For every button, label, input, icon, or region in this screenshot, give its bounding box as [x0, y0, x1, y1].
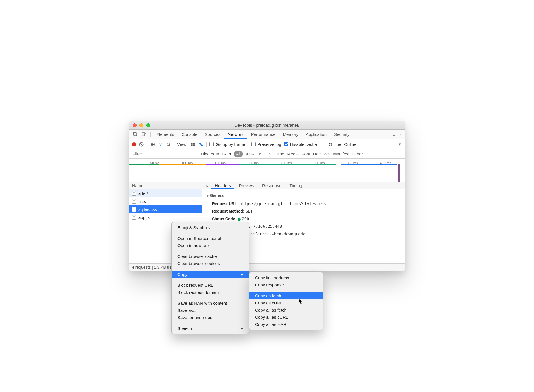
- devtools-window: DevTools - preload.glitch.me/after/ Elem…: [129, 121, 405, 271]
- request-row[interactable]: ui.js: [129, 197, 202, 205]
- filter-input[interactable]: [132, 149, 192, 158]
- svg-rect-13: [200, 144, 202, 144]
- cm-block-request-domain[interactable]: Block request domain: [172, 289, 249, 296]
- tab-performance[interactable]: Performance: [248, 130, 279, 139]
- tabs-overflow-icon[interactable]: »: [393, 132, 395, 137]
- cm-copy-submenu[interactable]: Copy▶: [172, 271, 249, 278]
- disable-cache-checkbox[interactable]: Disable cache: [284, 142, 317, 147]
- group-by-frame-checkbox[interactable]: Group by frame: [209, 142, 245, 147]
- minimize-window-button[interactable]: [139, 123, 143, 127]
- request-name: styles.css: [138, 207, 157, 212]
- filter-row: Hide data URLs All XHR JS CSS Img Media …: [129, 149, 405, 159]
- tab-network[interactable]: Network: [224, 130, 247, 139]
- online-label[interactable]: Online: [344, 142, 356, 147]
- view-label: View:: [177, 142, 187, 147]
- cm-copy-response[interactable]: Copy response: [249, 281, 323, 288]
- filter-font[interactable]: Font: [302, 151, 310, 156]
- file-icon: [132, 191, 136, 196]
- hide-data-urls-checkbox[interactable]: Hide data URLs: [195, 151, 231, 156]
- svg-rect-6: [191, 143, 193, 143]
- filter-icon[interactable]: [158, 142, 163, 147]
- tab-elements[interactable]: Elements: [153, 130, 178, 139]
- zoom-window-button[interactable]: [146, 123, 150, 127]
- svg-rect-2: [145, 134, 146, 136]
- svg-point-5: [167, 143, 170, 145]
- filter-xhr[interactable]: XHR: [246, 151, 255, 156]
- inspect-element-icon[interactable]: [132, 130, 139, 138]
- svg-rect-1: [142, 133, 145, 136]
- view-waterfall-icon[interactable]: [198, 142, 203, 147]
- cm-open-in-sources[interactable]: Open in Sources panel: [172, 235, 249, 242]
- detail-tab-response[interactable]: Response: [259, 182, 285, 189]
- offline-checkbox[interactable]: Offline: [323, 142, 341, 147]
- svg-rect-11: [193, 145, 195, 146]
- cm-copy-all-as-fetch[interactable]: Copy all as fetch: [249, 306, 323, 314]
- filter-img[interactable]: Img: [277, 151, 284, 156]
- close-window-button[interactable]: [133, 123, 137, 127]
- detail-tab-preview[interactable]: Preview: [236, 182, 258, 189]
- kebab-menu-icon[interactable]: ⋮: [398, 132, 402, 137]
- cm-save-as[interactable]: Save as...: [172, 307, 249, 314]
- cm-block-request-url[interactable]: Block request URL: [172, 282, 249, 289]
- view-large-icon[interactable]: [190, 142, 195, 147]
- general-section-header[interactable]: General: [206, 192, 401, 199]
- cm-save-as-har[interactable]: Save as HAR with content: [172, 300, 249, 307]
- request-name: after/: [138, 191, 148, 196]
- submenu-arrow-icon: ▶: [241, 272, 243, 276]
- request-row[interactable]: styles.css: [129, 205, 202, 213]
- search-icon[interactable]: [166, 142, 171, 147]
- filter-js[interactable]: JS: [258, 151, 263, 156]
- tab-security[interactable]: Security: [331, 130, 353, 139]
- file-icon: [132, 199, 136, 204]
- context-submenu-copy: Copy link address Copy response Copy as …: [249, 272, 323, 330]
- cm-open-in-new-tab[interactable]: Open in new tab: [172, 242, 249, 249]
- timeline-overview[interactable]: 50 ms 100 ms 150 ms 200 ms 250 ms 300 ms…: [129, 159, 405, 182]
- filter-css[interactable]: CSS: [266, 151, 274, 156]
- detail-tab-headers[interactable]: Headers: [211, 182, 234, 189]
- cm-copy-all-as-curl[interactable]: Copy all as cURL: [249, 314, 323, 321]
- request-row[interactable]: after/: [129, 189, 202, 197]
- tab-sources[interactable]: Sources: [201, 130, 224, 139]
- record-button[interactable]: [132, 142, 136, 146]
- tab-application[interactable]: Application: [302, 130, 330, 139]
- network-toolbar: View: Group by frame Preserve log Disabl…: [129, 139, 405, 149]
- cm-clear-browser-cookies[interactable]: Clear browser cookies: [172, 260, 249, 267]
- cm-save-for-overrides[interactable]: Save for overrides: [172, 314, 249, 321]
- cm-copy-as-fetch[interactable]: Copy as fetch: [249, 292, 323, 299]
- request-name: ui.js: [138, 199, 146, 204]
- device-toolbar-icon[interactable]: [140, 130, 148, 138]
- camera-icon[interactable]: [150, 142, 155, 147]
- name-column-header[interactable]: Name: [129, 182, 202, 189]
- preserve-log-checkbox[interactable]: Preserve log: [251, 142, 281, 147]
- svg-rect-8: [191, 145, 193, 146]
- submenu-arrow-icon: ▶: [241, 326, 243, 330]
- detail-tab-timing[interactable]: Timing: [286, 182, 306, 189]
- request-row[interactable]: app.js: [129, 213, 202, 221]
- filter-all-pill[interactable]: All: [234, 151, 243, 157]
- svg-rect-9: [193, 143, 195, 143]
- filter-other[interactable]: Other: [352, 151, 363, 156]
- throttling-dropdown-icon[interactable]: ▼: [398, 142, 402, 147]
- close-details-icon[interactable]: ×: [203, 183, 210, 188]
- cm-copy-link-address[interactable]: Copy link address: [249, 274, 323, 281]
- cm-copy-as-curl[interactable]: Copy as cURL: [249, 299, 323, 306]
- cm-speech-submenu[interactable]: Speech▶: [172, 325, 249, 332]
- svg-rect-10: [193, 144, 195, 144]
- title-bar: DevTools - preload.glitch.me/after/: [129, 121, 405, 130]
- cm-copy-all-as-har[interactable]: Copy all as HAR: [249, 321, 323, 328]
- filter-media[interactable]: Media: [287, 151, 299, 156]
- filter-manifest[interactable]: Manifest: [333, 151, 349, 156]
- tab-memory[interactable]: Memory: [280, 130, 302, 139]
- filter-doc[interactable]: Doc: [313, 151, 321, 156]
- request-name: app.js: [138, 215, 150, 220]
- traffic-lights: [129, 123, 150, 127]
- filter-ws[interactable]: WS: [323, 151, 330, 156]
- file-icon: [132, 207, 136, 212]
- clear-icon[interactable]: [139, 142, 144, 147]
- svg-rect-7: [191, 144, 193, 144]
- cm-emoji-symbols[interactable]: Emoji & Symbols: [172, 224, 249, 231]
- svg-rect-14: [201, 145, 203, 146]
- svg-rect-4: [151, 143, 153, 146]
- cm-clear-browser-cache[interactable]: Clear browser cache: [172, 253, 249, 260]
- tab-console[interactable]: Console: [178, 130, 201, 139]
